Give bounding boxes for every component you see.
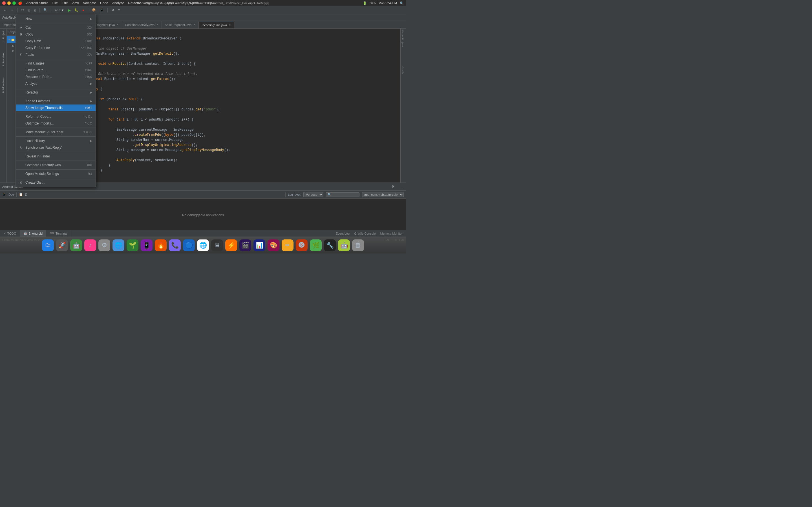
debug-button[interactable]: 🐛 — [73, 8, 80, 12]
dock-system-prefs[interactable]: ⚙ — [98, 239, 110, 251]
maven-projects-toggle[interactable]: Maven Projects — [401, 29, 405, 48]
dock-chrome[interactable]: 🌐 — [197, 239, 209, 251]
dock-app6[interactable]: 🌱 — [126, 239, 139, 251]
toolbar-cut[interactable]: ✂ — [20, 8, 26, 12]
dock-app18[interactable]: 🅢 — [296, 239, 308, 251]
ddms-close[interactable]: — — [398, 184, 404, 189]
dock-launchpad[interactable]: 🚀 — [56, 239, 68, 251]
menu-analyze[interactable]: Analyze — [112, 1, 124, 5]
toolbar-copy[interactable]: ⎘ — [27, 8, 31, 12]
ctx-new[interactable]: New ▶ — [16, 15, 96, 22]
dock-app12[interactable]: 🖥 — [211, 239, 223, 251]
ctx-copy-path[interactable]: Copy Path ⇧⌘C — [16, 38, 96, 45]
ctx-add-to-favorites-label: Add to Favorites — [26, 99, 50, 103]
tab-todo[interactable]: ✓ TODO — [0, 230, 20, 237]
app-select[interactable]: app: com.mob.autoreply — [362, 192, 404, 197]
search-icon[interactable]: 🔍 — [400, 1, 404, 5]
close-button[interactable] — [2, 1, 6, 5]
dock-app7[interactable]: 📱 — [141, 239, 153, 251]
menu-file[interactable]: File — [52, 1, 58, 5]
ctx-paste[interactable]: ⎗ Paste ⌘V — [16, 51, 96, 58]
gradle-console-link[interactable]: Gradle Console — [354, 232, 375, 235]
toolbar-forward[interactable]: → — [9, 8, 15, 12]
ctx-reformat-label: Reformat Code... — [26, 115, 51, 119]
ctx-copy[interactable]: ⎘ Copy ⌘C — [16, 31, 96, 38]
dock-app20[interactable]: 🔧 — [324, 239, 336, 251]
log-level-select[interactable]: Verbose — [303, 192, 323, 197]
ctx-copy-path-label: Copy Path — [26, 39, 41, 43]
ctx-make-module[interactable]: Make Module 'AutoReply' ⇧⌘F9 — [16, 129, 96, 135]
ctx-refactor[interactable]: Refactor ▶ — [16, 89, 96, 96]
ddms-settings[interactable]: ⚙ — [390, 184, 396, 189]
dock-app13[interactable]: ⚡ — [225, 239, 237, 251]
ctx-cut[interactable]: ✂ Cut ⌘X — [16, 24, 96, 31]
ctx-create-gist[interactable]: ⚙ Create Gist... — [16, 179, 96, 186]
ctx-local-history[interactable]: Local History ▶ — [16, 137, 96, 144]
menu-view[interactable]: View — [71, 1, 79, 5]
context-menu[interactable]: New ▶ ✂ Cut ⌘X ⎘ Copy ⌘C Copy Path ⇧⌘C C… — [15, 14, 96, 187]
dock-viber[interactable]: 📞 — [169, 239, 181, 251]
stop-button[interactable]: ■ — [81, 8, 86, 12]
ctx-show-image-thumbnails[interactable]: Show Image Thumbnails ⇧⌘T — [16, 105, 96, 111]
ctx-find-in-path[interactable]: Find in Path... ⇧⌘F — [16, 67, 96, 73]
menu-android-studio[interactable]: Android Studio — [26, 1, 49, 5]
ctx-add-to-favorites[interactable]: Add to Favorites ▶ — [16, 98, 96, 105]
dock-app10[interactable]: 🔵 — [183, 239, 195, 251]
build-variants-toggle[interactable]: Build Variants — [1, 76, 5, 94]
dock-app5[interactable]: 🌐 — [112, 239, 124, 251]
window-controls[interactable] — [2, 1, 16, 5]
dock-finder[interactable]: 🗂 — [42, 239, 54, 251]
dock-sketch[interactable]: ✏ — [282, 239, 294, 251]
sdk-manager[interactable]: 📦 — [91, 8, 97, 12]
log-search-input[interactable] — [326, 192, 359, 197]
avd-manager[interactable]: 📱 — [98, 8, 105, 12]
dock-app15[interactable]: 📊 — [253, 239, 265, 251]
menu-edit[interactable]: Edit — [62, 1, 68, 5]
settings-button[interactable]: ⚙ — [110, 8, 116, 12]
help-toolbar[interactable]: ? — [117, 8, 121, 12]
toolbar-find[interactable]: 🔍 — [42, 8, 49, 12]
tab-base-fragment[interactable]: BaseFragment.java × — [162, 21, 199, 29]
favorites-toggle[interactable]: 2: Favorites — [1, 52, 5, 67]
run-button[interactable]: ▶ — [66, 7, 72, 13]
ctx-compare-label: Compare Directory with... — [26, 163, 63, 167]
tab-close[interactable]: × — [193, 23, 196, 26]
run-config-selector[interactable]: app ▼ — [54, 8, 65, 12]
minimize-button[interactable] — [7, 1, 11, 5]
maximize-button[interactable] — [12, 1, 16, 5]
ctx-replace-in-path[interactable]: Replace in Path... ⇧⌘R — [16, 73, 96, 80]
tab-close[interactable]: × — [229, 23, 231, 27]
dock-app16[interactable]: 🎨 — [267, 239, 280, 251]
dock-premier[interactable]: 🎬 — [239, 239, 251, 251]
tab-close[interactable]: × — [156, 23, 159, 26]
ctx-open-module-settings[interactable]: Open Module Settings ⌘↓ — [16, 170, 96, 177]
tab-close[interactable]: × — [116, 23, 119, 26]
tab-android[interactable]: 🤖 6: Android — [20, 230, 47, 237]
menu-code[interactable]: Code — [100, 1, 108, 5]
ctx-reformat-code[interactable]: Reformat Code... ⌥⌘L — [16, 113, 96, 120]
tab-container-activity[interactable]: ContainerActivity.java × — [122, 21, 162, 29]
dock-android[interactable]: 🤖 — [338, 239, 350, 251]
ctx-analyze[interactable]: Analyze ▶ — [16, 80, 96, 87]
ctx-reveal-in-finder[interactable]: Reveal in Finder — [16, 153, 96, 160]
ctx-compare-dir[interactable]: Compare Directory with... ⌘D — [16, 162, 96, 168]
tab-incoming-sms[interactable]: IncomingSms.java × — [199, 21, 234, 29]
memory-monitor-link[interactable]: Memory Monitor — [380, 232, 403, 235]
dock-app19[interactable]: 🌿 — [310, 239, 322, 251]
project-panel-toggle[interactable]: 1: Project — [1, 30, 5, 43]
tab-terminal[interactable]: ⌨ Terminal — [46, 230, 71, 237]
ctx-synchronize[interactable]: ↻ Synchronize 'AutoReply' — [16, 144, 96, 151]
menu-apple[interactable]: 🍎 — [18, 1, 22, 5]
toolbar-back[interactable]: ← — [2, 8, 8, 12]
gradle-toggle[interactable]: Gradle — [401, 65, 405, 75]
dock-trash[interactable]: 🗑 — [352, 239, 364, 251]
dock-app8[interactable]: 🔥 — [155, 239, 167, 251]
toolbar-paste[interactable]: ⎗ — [33, 8, 37, 12]
event-log-link[interactable]: Event Log — [336, 232, 350, 235]
ctx-copy-reference[interactable]: Copy Reference ⌥⇧⌘C — [16, 45, 96, 51]
dock-itunes[interactable]: ♪ — [84, 239, 96, 251]
ctx-optimize-imports[interactable]: Optimize Imports... ^⌥O — [16, 120, 96, 127]
dock-android-studio[interactable]: 🤖 — [70, 239, 82, 251]
ctx-find-usages[interactable]: Find Usages ⌥F7 — [16, 60, 96, 67]
menu-navigate[interactable]: Navigate — [83, 1, 96, 5]
